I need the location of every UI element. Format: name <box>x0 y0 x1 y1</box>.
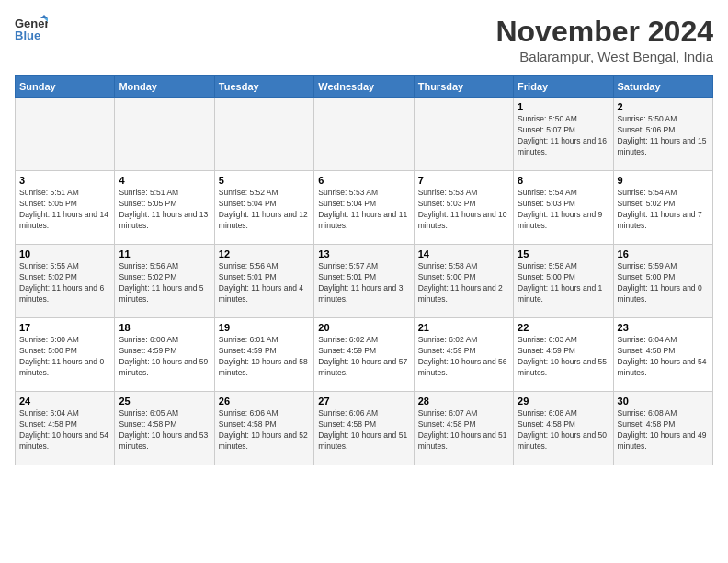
day-number: 2 <box>618 101 709 112</box>
day-info: Sunrise: 6:05 AM Sunset: 4:58 PM Dayligh… <box>119 408 210 453</box>
day-number: 1 <box>518 101 609 112</box>
day-number: 13 <box>318 248 409 259</box>
week-row-3: 10Sunrise: 5:55 AM Sunset: 5:02 PM Dayli… <box>16 245 713 318</box>
day-cell <box>214 98 313 171</box>
day-info: Sunrise: 5:58 AM Sunset: 5:00 PM Dayligh… <box>518 261 609 305</box>
week-row-2: 3Sunrise: 5:51 AM Sunset: 5:05 PM Daylig… <box>16 171 713 245</box>
column-header-saturday: Saturday <box>613 76 712 98</box>
day-number: 27 <box>318 396 409 407</box>
day-info: Sunrise: 6:07 AM Sunset: 4:58 PM Dayligh… <box>418 408 509 453</box>
day-info: Sunrise: 6:02 AM Sunset: 4:59 PM Dayligh… <box>418 335 509 379</box>
day-number: 14 <box>418 248 509 259</box>
day-cell: 21Sunrise: 6:02 AM Sunset: 4:59 PM Dayli… <box>414 318 513 392</box>
day-number: 9 <box>618 175 709 186</box>
day-cell <box>115 98 214 171</box>
week-row-5: 24Sunrise: 6:04 AM Sunset: 4:58 PM Dayli… <box>16 392 713 465</box>
logo: General Blue <box>15 15 48 44</box>
day-info: Sunrise: 5:56 AM Sunset: 5:02 PM Dayligh… <box>119 261 210 305</box>
day-cell: 3Sunrise: 5:51 AM Sunset: 5:05 PM Daylig… <box>16 171 115 245</box>
day-number: 29 <box>518 396 609 407</box>
day-cell: 5Sunrise: 5:52 AM Sunset: 5:04 PM Daylig… <box>214 171 313 245</box>
day-number: 7 <box>418 175 509 186</box>
day-info: Sunrise: 6:06 AM Sunset: 4:58 PM Dayligh… <box>318 408 409 453</box>
day-info: Sunrise: 5:53 AM Sunset: 5:03 PM Dayligh… <box>418 188 509 232</box>
day-cell: 4Sunrise: 5:51 AM Sunset: 5:05 PM Daylig… <box>115 171 214 245</box>
calendar-title: November 2024 <box>495 15 713 49</box>
day-cell: 30Sunrise: 6:08 AM Sunset: 4:58 PM Dayli… <box>613 392 712 465</box>
title-block: November 2024 Balarampur, West Bengal, I… <box>495 15 713 64</box>
day-cell: 26Sunrise: 6:06 AM Sunset: 4:58 PM Dayli… <box>214 392 313 465</box>
header-row: SundayMondayTuesdayWednesdayThursdayFrid… <box>16 76 713 98</box>
day-number: 11 <box>119 248 210 259</box>
day-cell: 10Sunrise: 5:55 AM Sunset: 5:02 PM Dayli… <box>16 245 115 318</box>
day-cell: 28Sunrise: 6:07 AM Sunset: 4:58 PM Dayli… <box>414 392 513 465</box>
day-cell: 23Sunrise: 6:04 AM Sunset: 4:58 PM Dayli… <box>613 318 712 392</box>
day-info: Sunrise: 5:57 AM Sunset: 5:01 PM Dayligh… <box>318 261 409 305</box>
logo-icon: General Blue <box>15 15 48 44</box>
day-number: 28 <box>418 396 509 407</box>
day-info: Sunrise: 6:08 AM Sunset: 4:58 PM Dayligh… <box>618 408 709 453</box>
day-cell <box>16 98 115 171</box>
day-info: Sunrise: 6:02 AM Sunset: 4:59 PM Dayligh… <box>318 335 409 379</box>
day-number: 21 <box>418 322 509 333</box>
day-number: 8 <box>518 175 609 186</box>
day-cell: 1Sunrise: 5:50 AM Sunset: 5:07 PM Daylig… <box>514 98 613 171</box>
day-cell: 6Sunrise: 5:53 AM Sunset: 5:04 PM Daylig… <box>314 171 414 245</box>
day-info: Sunrise: 5:52 AM Sunset: 5:04 PM Dayligh… <box>219 188 310 232</box>
day-info: Sunrise: 6:00 AM Sunset: 5:00 PM Dayligh… <box>19 335 110 379</box>
day-cell: 27Sunrise: 6:06 AM Sunset: 4:58 PM Dayli… <box>314 392 414 465</box>
day-cell: 16Sunrise: 5:59 AM Sunset: 5:00 PM Dayli… <box>613 245 712 318</box>
day-number: 16 <box>618 248 709 259</box>
day-number: 15 <box>518 248 609 259</box>
day-info: Sunrise: 5:53 AM Sunset: 5:04 PM Dayligh… <box>318 188 409 232</box>
column-header-monday: Monday <box>115 76 214 98</box>
column-header-friday: Friday <box>514 76 613 98</box>
day-number: 22 <box>518 322 609 333</box>
week-row-4: 17Sunrise: 6:00 AM Sunset: 5:00 PM Dayli… <box>16 318 713 392</box>
day-info: Sunrise: 5:54 AM Sunset: 5:03 PM Dayligh… <box>518 188 609 232</box>
day-number: 10 <box>19 248 110 259</box>
day-cell: 12Sunrise: 5:56 AM Sunset: 5:01 PM Dayli… <box>214 245 313 318</box>
day-cell: 24Sunrise: 6:04 AM Sunset: 4:58 PM Dayli… <box>16 392 115 465</box>
column-header-tuesday: Tuesday <box>214 76 313 98</box>
column-header-sunday: Sunday <box>16 76 115 98</box>
day-info: Sunrise: 6:01 AM Sunset: 4:59 PM Dayligh… <box>219 335 310 379</box>
column-header-thursday: Thursday <box>414 76 513 98</box>
day-cell: 17Sunrise: 6:00 AM Sunset: 5:00 PM Dayli… <box>16 318 115 392</box>
day-info: Sunrise: 5:50 AM Sunset: 5:07 PM Dayligh… <box>518 114 609 158</box>
week-row-1: 1Sunrise: 5:50 AM Sunset: 5:07 PM Daylig… <box>16 98 713 171</box>
day-cell <box>314 98 414 171</box>
day-number: 26 <box>219 396 310 407</box>
day-number: 5 <box>219 175 310 186</box>
day-info: Sunrise: 6:08 AM Sunset: 4:58 PM Dayligh… <box>518 408 609 453</box>
day-number: 25 <box>119 396 210 407</box>
day-cell: 19Sunrise: 6:01 AM Sunset: 4:59 PM Dayli… <box>214 318 313 392</box>
day-cell: 2Sunrise: 5:50 AM Sunset: 5:06 PM Daylig… <box>613 98 712 171</box>
day-cell: 11Sunrise: 5:56 AM Sunset: 5:02 PM Dayli… <box>115 245 214 318</box>
day-cell: 22Sunrise: 6:03 AM Sunset: 4:59 PM Dayli… <box>514 318 613 392</box>
day-cell: 20Sunrise: 6:02 AM Sunset: 4:59 PM Dayli… <box>314 318 414 392</box>
svg-text:Blue: Blue <box>15 29 40 42</box>
calendar-table: SundayMondayTuesdayWednesdayThursdayFrid… <box>15 75 713 465</box>
day-info: Sunrise: 5:54 AM Sunset: 5:02 PM Dayligh… <box>618 188 709 232</box>
day-cell: 29Sunrise: 6:08 AM Sunset: 4:58 PM Dayli… <box>514 392 613 465</box>
day-number: 20 <box>318 322 409 333</box>
day-info: Sunrise: 5:51 AM Sunset: 5:05 PM Dayligh… <box>119 188 210 232</box>
day-info: Sunrise: 6:06 AM Sunset: 4:58 PM Dayligh… <box>219 408 310 453</box>
day-number: 4 <box>119 175 210 186</box>
day-number: 17 <box>19 322 110 333</box>
day-cell: 15Sunrise: 5:58 AM Sunset: 5:00 PM Dayli… <box>514 245 613 318</box>
day-cell: 13Sunrise: 5:57 AM Sunset: 5:01 PM Dayli… <box>314 245 414 318</box>
day-info: Sunrise: 5:55 AM Sunset: 5:02 PM Dayligh… <box>19 261 110 305</box>
day-number: 18 <box>119 322 210 333</box>
day-info: Sunrise: 5:59 AM Sunset: 5:00 PM Dayligh… <box>618 261 709 305</box>
day-info: Sunrise: 6:04 AM Sunset: 4:58 PM Dayligh… <box>618 335 709 379</box>
day-cell: 9Sunrise: 5:54 AM Sunset: 5:02 PM Daylig… <box>613 171 712 245</box>
page-header: General Blue November 2024 Balarampur, W… <box>15 15 713 64</box>
day-info: Sunrise: 6:04 AM Sunset: 4:58 PM Dayligh… <box>19 408 110 453</box>
day-info: Sunrise: 6:03 AM Sunset: 4:59 PM Dayligh… <box>518 335 609 379</box>
day-info: Sunrise: 6:00 AM Sunset: 4:59 PM Dayligh… <box>119 335 210 379</box>
day-cell: 18Sunrise: 6:00 AM Sunset: 4:59 PM Dayli… <box>115 318 214 392</box>
day-number: 24 <box>19 396 110 407</box>
day-number: 30 <box>618 396 709 407</box>
